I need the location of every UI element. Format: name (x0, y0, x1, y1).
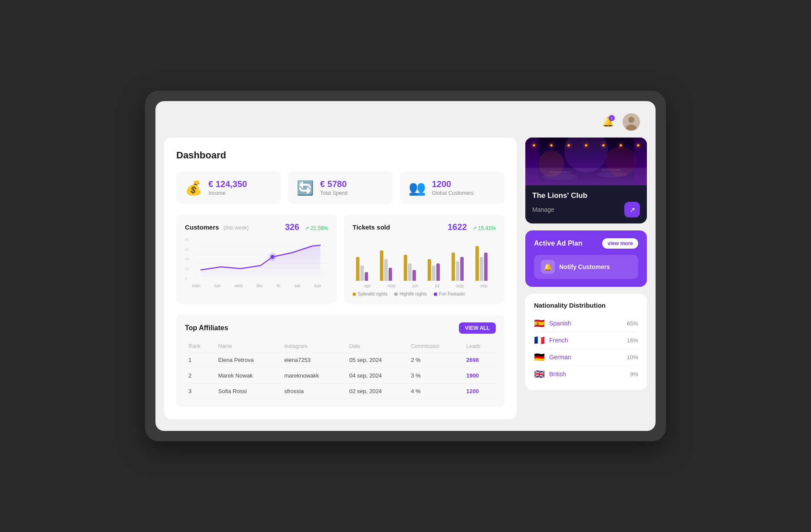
cell-name: Marek Nowak (215, 368, 281, 384)
col-instagram: Instagram (281, 341, 346, 352)
flag-icon: 🇪🇸 (534, 318, 545, 328)
cell-leads: 1200 (463, 384, 496, 399)
col-date: Date (346, 341, 407, 352)
cell-date: 02 sep, 2024 (346, 384, 407, 399)
header: 🔔 1 (164, 110, 647, 138)
venue-image (525, 138, 647, 185)
notification-button[interactable]: 🔔 1 (600, 114, 616, 130)
table-row: 3 Sofia Rossi sfrossia 02 sep, 2024 4 % … (185, 384, 496, 399)
right-sidebar: The Lions' Club Manage ↗ Active Ad Plan … (525, 138, 647, 419)
notify-label: Notify Customers (559, 263, 610, 270)
income-value: € 124,350 (208, 179, 247, 189)
view-more-button[interactable]: view more (602, 238, 638, 249)
line-chart-container: 806040200 (185, 237, 328, 281)
venue-manage-row: Manage ↗ (532, 202, 640, 217)
nationality-pct: 9% (630, 371, 638, 378)
svg-point-7 (270, 255, 274, 259)
flag-icon: 🇫🇷 (534, 335, 545, 345)
cell-leads: 2698 (463, 352, 496, 368)
table-row: 2 Marek Nowak mareknowakk 04 sep, 2024 3… (185, 368, 496, 384)
bar-legend: Splendid nights Highlife nights Fun Fant… (353, 292, 496, 296)
device-frame: 🔔 1 Dashboard 💰 (145, 91, 666, 441)
legend-fun: Fun Fantastic (439, 292, 465, 296)
nationality-title: Nationality Distribution (534, 302, 638, 309)
nat-left: 🇪🇸 Spanish (534, 318, 571, 328)
stat-cards: 💰 € 124,350 Income 🔄 € 5780 Total Spend (176, 171, 504, 204)
line-chart-labels: montuewedthufrisatsun (185, 283, 328, 288)
nationality-row: 🇩🇪 German 10% (534, 349, 638, 366)
cell-name: Elena Petrova (215, 352, 281, 368)
col-name: Name (215, 341, 281, 352)
bell-icon: 🔔 (541, 260, 555, 274)
cell-rank: 3 (185, 384, 215, 399)
affiliates-title: Top Affiliates (185, 324, 228, 332)
affiliates-header: Top Affiliates VIEW ALL (185, 322, 496, 334)
table-row: 1 Elena Petrova elena7253 05 sep, 2024 2… (185, 352, 496, 368)
dashboard-panel: Dashboard 💰 € 124,350 Income 🔄 € 5780 (164, 138, 517, 419)
cell-commission: 3 % (407, 368, 463, 384)
cell-commission: 2 % (407, 352, 463, 368)
customers-chart-header: Customers (this week) 326 ↗ 21.56% (185, 222, 328, 232)
cell-date: 05 sep, 2024 (346, 352, 407, 368)
nationality-name: German (549, 354, 571, 361)
line-chart-svg (185, 237, 328, 281)
avatar (623, 113, 640, 131)
tickets-chart-change: ↗ 15.41% (472, 225, 496, 231)
cell-instagram: elena7253 (281, 352, 346, 368)
affiliates-card: Top Affiliates VIEW ALL Rank Name Instag… (176, 315, 504, 407)
cell-rank: 2 (185, 368, 215, 384)
nat-left: 🇫🇷 French (534, 335, 568, 345)
customers-value: 1200 (432, 179, 474, 189)
svg-point-13 (606, 146, 636, 177)
stat-card-income: 💰 € 124,350 Income (176, 171, 281, 204)
flag-icon: 🇬🇧 (534, 369, 545, 379)
dashboard-title: Dashboard (176, 150, 504, 161)
venue-name: The Lions' Club (532, 191, 640, 200)
ad-plan-card: Active Ad Plan view more 🔔 Notify Custom… (525, 230, 647, 287)
cell-leads: 1900 (463, 368, 496, 384)
cell-instagram: sfrossia (281, 384, 346, 399)
stat-card-spend: 🔄 € 5780 Total Spend (288, 171, 392, 204)
tickets-chart-header: Tickets sold 1622 ↗ 15.41% (353, 222, 496, 232)
notification-badge: 1 (609, 115, 615, 121)
ad-plan-header: Active Ad Plan view more (534, 238, 638, 249)
svg-point-9 (543, 173, 577, 180)
customers-chart-change: ↗ 21.56% (305, 225, 328, 231)
legend-highlife: Highlife nights (399, 292, 427, 296)
customers-chart-card: Customers (this week) 326 ↗ 21.56% 80604… (176, 214, 337, 304)
nationality-list: 🇪🇸 Spanish 65% 🇫🇷 French 16% 🇩🇪 German 1… (534, 315, 638, 382)
customers-chart-title: Customers (185, 223, 219, 231)
charts-row: Customers (this week) 326 ↗ 21.56% 80604… (176, 214, 504, 304)
spend-icon: 🔄 (297, 180, 314, 196)
tickets-chart-card: Tickets sold 1622 ↗ 15.41% (344, 214, 504, 304)
cell-commission: 4 % (407, 384, 463, 399)
ad-plan-title: Active Ad Plan (534, 240, 582, 247)
affiliates-table: Rank Name Instagram Date Commission Lead… (185, 341, 496, 399)
nat-left: 🇩🇪 German (534, 352, 571, 362)
svg-rect-16 (549, 171, 571, 173)
customers-label: Global Customers (432, 190, 474, 196)
income-label: Income (208, 190, 247, 196)
nationality-row: 🇬🇧 British 9% (534, 366, 638, 382)
bar-chart-container (353, 237, 496, 281)
nationality-name: British (549, 371, 566, 378)
nationality-name: Spanish (549, 320, 571, 327)
notify-customers-button[interactable]: 🔔 Notify Customers (534, 255, 638, 279)
cell-instagram: mareknowakk (281, 368, 346, 384)
svg-point-11 (564, 138, 608, 172)
venue-manage-label: Manage (532, 206, 554, 213)
cell-name: Sofia Rossi (215, 384, 281, 399)
view-all-button[interactable]: VIEW ALL (459, 322, 496, 334)
nationality-card: Nationality Distribution 🇪🇸 Spanish 65% … (525, 294, 647, 390)
svg-point-1 (628, 117, 634, 123)
y-axis: 806040200 (185, 237, 191, 281)
tickets-chart-value: 1622 (448, 222, 467, 232)
nationality-name: French (549, 337, 568, 344)
svg-point-12 (538, 151, 564, 177)
nationality-pct: 16% (627, 337, 638, 344)
spend-label: Total Spend (320, 190, 347, 196)
svg-point-10 (597, 171, 627, 177)
col-commission: Commission (407, 341, 463, 352)
nationality-pct: 10% (627, 354, 638, 361)
manage-button[interactable]: ↗ (624, 202, 640, 217)
